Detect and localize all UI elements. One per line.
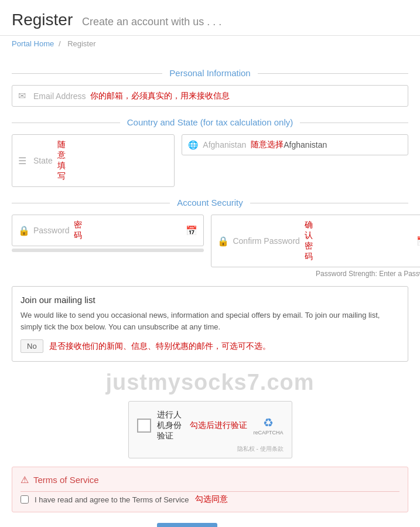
recaptcha-logo-icon: ♻ xyxy=(263,416,274,430)
recaptcha-footer: 隐私权 - 使用条款 xyxy=(137,445,284,453)
country-col: 🌐 Afghanistan 随意选择 Afghanistan xyxy=(182,134,408,187)
state-field-wrapper: ☰ State 随意填写 xyxy=(12,134,175,187)
email-icon: ✉ xyxy=(18,90,29,101)
tos-box: ⚠ Terms of Service I have read and agree… xyxy=(12,467,408,512)
breadcrumb-current: Register xyxy=(67,39,95,48)
state-icon: ☰ xyxy=(18,155,29,166)
confirm-field-wrapper: 🔒 Confirm Password 确认密码 📅 xyxy=(211,215,420,267)
mailing-hint: 是否接收他们的新闻、信息、特别优惠的邮件，可选可不选。 xyxy=(49,341,271,352)
register-button[interactable]: Register xyxy=(157,523,218,527)
mailing-title: Join our mailing list xyxy=(21,295,399,305)
recaptcha-brand: reCAPTCHA xyxy=(253,430,283,436)
email-input[interactable] xyxy=(230,91,402,101)
country-field-wrapper: 🌐 Afghanistan 随意选择 Afghanistan xyxy=(182,134,408,155)
state-hint: 随意填写 xyxy=(57,140,66,182)
warning-icon: ⚠ xyxy=(21,474,29,485)
recaptcha-inner: 进行人机身份验证 勾选后进行验证 ♻ reCAPTCHA xyxy=(137,410,284,441)
confirm-cal-icon: 📅 xyxy=(416,236,420,247)
tos-title: Terms of Service xyxy=(33,475,99,485)
password-col: 🔒 Password 密码 📅 xyxy=(12,215,204,252)
breadcrumb-home[interactable]: Portal Home xyxy=(12,39,54,48)
confirm-icon: 🔒 xyxy=(217,236,228,247)
password-strength-bar xyxy=(12,249,204,252)
mailing-toggle-row: No 是否接收他们的新闻、信息、特别优惠的邮件，可选可不选。 xyxy=(21,339,399,353)
state-label: State xyxy=(33,156,53,165)
breadcrumb: Portal Home / Register xyxy=(0,36,420,52)
confirm-label: Confirm Password xyxy=(233,236,299,246)
recaptcha-hint: 勾选后进行验证 xyxy=(190,420,247,431)
password-cal-icon: 📅 xyxy=(186,225,197,236)
country-select[interactable]: Afghanistan xyxy=(284,140,402,149)
country-state-section-header: Country and State (for tax calculation o… xyxy=(12,117,408,127)
state-input[interactable] xyxy=(66,156,168,165)
tos-hint: 勾选同意 xyxy=(195,494,228,505)
mailing-list-box: Join our mailing list We would like to s… xyxy=(12,286,408,362)
email-label: Email Address xyxy=(33,91,86,101)
email-field-wrapper: ✉ Email Address 你的邮箱，必须真实的，用来接收信息 xyxy=(12,85,408,107)
password-icon: 🔒 xyxy=(18,225,29,236)
recaptcha-checkbox[interactable] xyxy=(137,419,151,433)
globe-icon: 🌐 xyxy=(188,140,198,149)
country-hint: 随意选择 xyxy=(251,140,284,150)
recaptcha-badge: ♻ reCAPTCHA xyxy=(253,416,283,436)
password-field-wrapper: 🔒 Password 密码 📅 xyxy=(12,215,204,246)
tos-check-label: I have read and agree to the Terms of Se… xyxy=(35,495,189,504)
recaptcha-label: 进行人机身份验证 xyxy=(157,410,185,441)
tos-checkbox[interactable] xyxy=(21,495,29,504)
password-group: 🔒 Password 密码 📅 🔒 Confirm Password 确认密码 … xyxy=(12,215,408,278)
recaptcha-terms-link[interactable]: 使用条款 xyxy=(260,446,284,452)
state-col: ☰ State 随意填写 xyxy=(12,134,175,187)
recaptcha-box: 进行人机身份验证 勾选后进行验证 ♻ reCAPTCHA 隐私权 - 使用条款 xyxy=(128,401,292,458)
country-state-group: ☰ State 随意填写 🌐 Afghanistan 随意选择 Afghanis… xyxy=(12,134,408,187)
account-security-section-header: Account Security xyxy=(12,198,408,208)
country-value: Afghanistan xyxy=(203,140,246,149)
confirm-col: 🔒 Confirm Password 确认密码 📅 Password Stren… xyxy=(211,215,420,278)
password-input[interactable] xyxy=(83,226,186,235)
tos-header: ⚠ Terms of Service xyxy=(21,474,399,485)
watermark-text: justmysocks7.com xyxy=(12,370,408,395)
breadcrumb-separator: / xyxy=(59,39,61,48)
personal-info-section-header: Personal Information xyxy=(12,68,408,78)
password-label: Password xyxy=(33,226,69,235)
password-strength-text: Password Strength: Enter a Password xyxy=(211,270,420,278)
mailing-description: We would like to send you occasional new… xyxy=(21,310,399,332)
email-hint: 你的邮箱，必须真实的，用来接收信息 xyxy=(90,91,230,101)
email-group: ✉ Email Address 你的邮箱，必须真实的，用来接收信息 xyxy=(12,85,408,107)
register-row: Register 点击注册 xyxy=(12,523,408,527)
confirm-hint: 确认密码 xyxy=(305,220,314,262)
mailing-toggle-button[interactable]: No xyxy=(21,339,43,353)
password-hint: 密码 xyxy=(74,220,83,241)
confirm-input[interactable] xyxy=(314,236,416,246)
recaptcha-sep: - xyxy=(256,446,258,452)
recaptcha-privacy-link[interactable]: 隐私权 xyxy=(237,446,255,452)
tos-check-row: I have read and agree to the Terms of Se… xyxy=(21,491,399,505)
page-title: Register Create an account with us . . . xyxy=(12,11,408,29)
